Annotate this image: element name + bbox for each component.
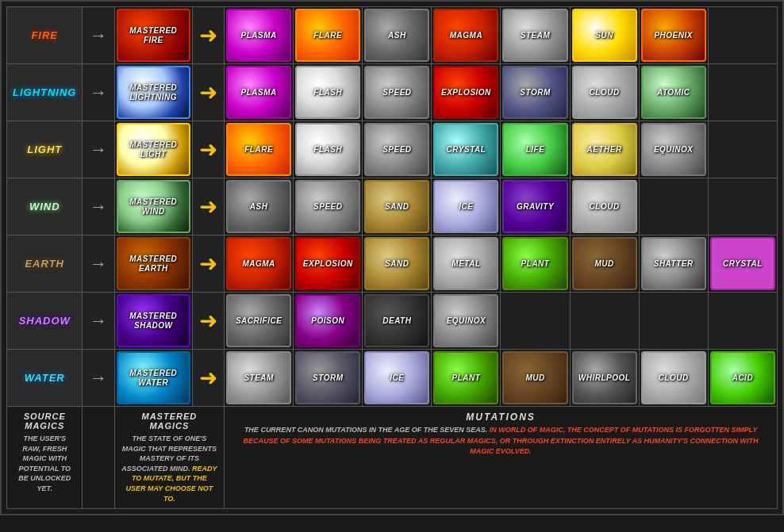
mutation-label: ICE — [364, 351, 429, 404]
mutation-cell: STEAM — [225, 350, 294, 407]
arrow-to-mutations: ➜ — [192, 235, 224, 293]
mutation-cell: CLOUD — [570, 64, 639, 121]
mutation-cell: EQUINOX — [432, 293, 501, 350]
mutation-label: STEAM — [226, 351, 291, 404]
mutation-cell: ICE — [432, 178, 501, 235]
arrow-icon: → — [90, 368, 107, 388]
mutation-cell: PLASMA — [225, 64, 294, 121]
mutation-cell — [708, 293, 777, 350]
mutation-cell: POISON — [294, 293, 363, 350]
mutation-cell — [708, 7, 777, 64]
mastered-cell-fire: MASTERED FIRE — [114, 7, 192, 64]
mutation-cell: SAND — [363, 178, 432, 235]
mutation-label: EQUINOX — [641, 123, 706, 176]
arrow-to-mastered: → — [83, 293, 114, 350]
mastered-cell-shadow: MASTERED SHADOW — [114, 293, 192, 350]
mastered-cell-water: MASTERED WATER — [114, 350, 192, 407]
footer-mastered-title: MASTERED MAGICS — [121, 411, 217, 431]
mutation-cell: ASH — [225, 178, 294, 235]
mutation-label: SAND — [364, 180, 429, 233]
arrow-icon: → — [90, 140, 107, 159]
mutation-label: ATOMIC — [641, 66, 706, 119]
mutation-label: FLARE — [226, 123, 291, 176]
footer-mastered-text: THE STATE OF ONE'S MAGIC THAT REPRESENTS… — [121, 434, 217, 503]
arrow-to-mutations: ➜ — [192, 293, 224, 350]
mutation-label: FLARE — [295, 9, 360, 62]
mutation-cell: SUN — [570, 7, 639, 64]
mutation-cell — [708, 64, 777, 121]
arrow-to-mutations: ➜ — [192, 350, 224, 407]
source-cell-fire: FIRE — [7, 7, 83, 64]
mutation-cell — [708, 178, 777, 235]
mutation-label: PLASMA — [226, 66, 291, 119]
mutation-cell: LIFE — [501, 121, 570, 178]
mutation-label: EXPLOSION — [295, 237, 360, 290]
mutation-cell: WHIRLPOOL — [570, 350, 639, 407]
source-label: WIND — [29, 201, 60, 212]
footer-source-text: THE USER'S RAW, FRESH MAGIC WITH POTENTI… — [13, 434, 75, 494]
arrow-to-mutations: ➜ — [192, 7, 224, 64]
mutation-cell: ACID — [708, 350, 777, 407]
footer-source-title: SOURCE MAGICS — [13, 411, 75, 431]
mutation-cell: CLOUD — [639, 350, 708, 407]
source-label: EARTH — [25, 258, 64, 270]
mutation-cell: STORM — [501, 64, 570, 121]
arrow-icon: → — [90, 197, 107, 216]
mutation-cell: FLARE — [225, 121, 294, 178]
arrow-to-mutations: ➜ — [192, 178, 224, 235]
mutation-cell: GRAVITY — [501, 178, 570, 235]
mutation-label: SHATTER — [641, 237, 706, 290]
main-container: FIRE→MASTERED FIRE➜PLASMAFLAREASHMAGMAST… — [0, 0, 784, 515]
mutation-cell: MAGMA — [225, 235, 294, 293]
footer-mastered: MASTERED MAGICS THE STATE OF ONE'S MAGIC… — [114, 407, 224, 509]
mutation-cell: EXPLOSION — [294, 235, 363, 293]
source-label: SHADOW — [19, 315, 71, 327]
mastered-label: MASTERED SHADOW — [117, 294, 190, 347]
arrow-to-mutations: ➜ — [192, 121, 224, 178]
mutation-label: STEAM — [502, 9, 567, 62]
source-cell-water: WATER — [7, 350, 83, 407]
mutation-label: POISON — [295, 294, 360, 347]
arrow-icon: → — [90, 25, 107, 45]
mastered-label: MASTERED LIGHT — [117, 123, 190, 176]
mutation-label: MUD — [502, 351, 567, 404]
magic-grid: FIRE→MASTERED FIRE➜PLASMAFLAREASHMAGMAST… — [6, 6, 778, 509]
yellow-arrow-icon: ➜ — [199, 251, 217, 276]
mutation-label: ACID — [710, 351, 775, 404]
mutation-label: STORM — [295, 351, 360, 404]
mutation-cell: METAL — [432, 235, 501, 293]
mutation-label: SPEED — [364, 123, 429, 176]
mutation-label: EXPLOSION — [433, 66, 498, 119]
mutation-cell: MUD — [501, 350, 570, 407]
mutation-label: PLASMA — [226, 9, 291, 62]
mastered-cell-wind: MASTERED WIND — [114, 178, 192, 235]
yellow-arrow-icon: ➜ — [199, 366, 217, 390]
arrow-to-mastered: → — [83, 178, 114, 235]
mutation-cell: PLANT — [501, 235, 570, 293]
arrow-icon: → — [90, 311, 107, 331]
mutation-cell: MUD — [570, 235, 639, 293]
arrow-to-mastered: → — [83, 64, 114, 121]
mutation-cell: ASH — [363, 7, 432, 64]
mutation-cell: CLOUD — [570, 178, 639, 235]
source-cell-earth: EARTH — [7, 235, 83, 293]
mutation-label: PLANT — [433, 351, 498, 404]
mastered-cell-earth: MASTERED EARTH — [114, 235, 192, 293]
mutation-cell — [639, 178, 708, 235]
mutation-label: FLASH — [295, 66, 360, 119]
mastered-cell-lightning: MASTERED LIGHTNING — [114, 64, 192, 121]
mutation-label: STORM — [502, 66, 567, 119]
mutation-label: CRYSTAL — [710, 237, 775, 290]
mutation-cell: SHATTER — [639, 235, 708, 293]
mastered-label: MASTERED FIRE — [117, 9, 190, 62]
mutation-cell: FLASH — [294, 121, 363, 178]
arrow-icon: → — [90, 82, 107, 102]
source-label: LIGHTNING — [13, 86, 77, 98]
mutation-label: ASH — [364, 9, 429, 62]
footer-mutations-text: THE CURRENT CANON MUTATIONS IN THE AGE O… — [231, 425, 771, 457]
mutation-cell — [639, 293, 708, 350]
arrow-to-mastered: → — [83, 7, 114, 64]
source-cell-light: LIGHT — [7, 121, 83, 178]
mutation-label: ASH — [226, 180, 291, 233]
yellow-arrow-icon: ➜ — [199, 137, 217, 162]
